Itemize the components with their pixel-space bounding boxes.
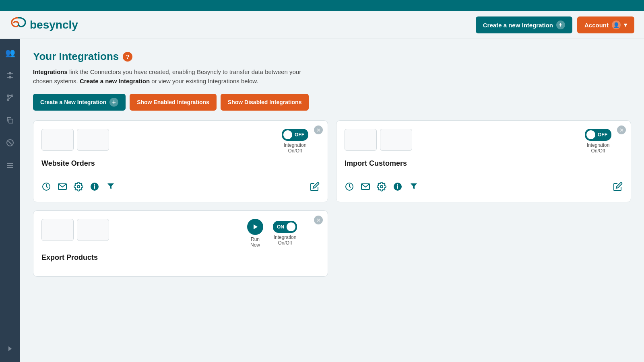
svg-line-11 — [9, 97, 11, 99]
integration-toggle-off[interactable]: OFF — [585, 129, 611, 141]
svg-point-21 — [77, 185, 80, 188]
card-import-customers: ✕ OFF IntegrationOn/Off Import Custom — [336, 120, 631, 202]
dropdown-arrow-icon: ▾ — [624, 21, 627, 29]
card-icons-left: i — [345, 182, 419, 194]
card-website-orders: ✕ OFF IntegrationOn/Off Website Order — [33, 120, 328, 202]
svg-text:i: i — [397, 183, 398, 190]
svg-marker-29 — [254, 224, 258, 229]
sidebar-item-list[interactable] — [3, 158, 17, 173]
create-new-integration-button[interactable]: Create a New Integration + — [33, 94, 126, 111]
edit-icon[interactable] — [310, 182, 320, 194]
email-icon[interactable] — [58, 182, 67, 194]
settings-icon[interactable] — [377, 182, 386, 194]
card-header: OFF IntegrationOn/Off — [41, 129, 320, 154]
card-close-button[interactable]: ✕ — [617, 125, 626, 134]
card-toggle-area: OFF IntegrationOn/Off — [282, 129, 308, 154]
svg-line-14 — [8, 141, 12, 144]
user-icon: 👤 — [612, 21, 621, 29]
run-now-button[interactable] — [247, 219, 263, 235]
toggle-label: OFF — [598, 132, 607, 138]
svg-point-26 — [380, 185, 383, 188]
svg-point-8 — [7, 99, 9, 101]
header-account-label: Account — [584, 22, 609, 29]
connector-logo-2 — [77, 219, 109, 241]
header: besyncly Create a new Integration + Acco… — [0, 11, 644, 39]
card-close-button[interactable]: ✕ — [314, 216, 323, 224]
card-title: Website Orders — [41, 159, 320, 168]
connector-logo-1 — [41, 129, 74, 151]
card-logos — [41, 219, 109, 241]
connector-logo-1 — [41, 219, 74, 241]
card-toggle-area: ON IntegrationOn/Off — [273, 221, 297, 246]
card-actions: i — [345, 176, 623, 194]
card-actions: i — [41, 176, 320, 194]
toggle-label: OFF — [295, 132, 304, 138]
filter-icon[interactable] — [409, 182, 419, 194]
filter-icon[interactable] — [106, 182, 116, 194]
toggle-caption: IntegrationOn/Off — [587, 142, 610, 154]
card-title: Import Customers — [345, 159, 623, 168]
filter-buttons: Create a New Integration + Show Enabled … — [33, 94, 631, 111]
card-toggle-area: OFF IntegrationOn/Off — [585, 129, 611, 154]
main-content: Your Integrations ? Integrations link th… — [20, 39, 644, 362]
connector-logo-2 — [77, 129, 109, 151]
show-enabled-button[interactable]: Show Enabled Integrations — [130, 94, 217, 111]
sidebar-item-plugin[interactable] — [3, 68, 17, 82]
cards-grid: ✕ OFF IntegrationOn/Off Website Order — [33, 120, 631, 277]
header-create-integration-button[interactable]: Create a new Integration + — [476, 16, 572, 33]
create-plus-icon: + — [109, 98, 118, 107]
email-icon[interactable] — [361, 182, 370, 194]
svg-point-7 — [11, 95, 13, 97]
sidebar-item-branch[interactable] — [3, 90, 17, 105]
integration-toggle-on[interactable]: ON — [273, 221, 297, 233]
run-now-label: RunNow — [250, 237, 260, 248]
connector-logo-1 — [345, 129, 377, 151]
show-disabled-button[interactable]: Show Disabled Integrations — [221, 94, 309, 111]
toggle-caption: IntegrationOn/Off — [274, 234, 297, 246]
create-new-integration-label: Create a New Integration — [40, 99, 106, 105]
svg-point-6 — [7, 95, 9, 97]
card-header: RunNow ON IntegrationOn/Off — [41, 219, 320, 248]
description-link: Create a new Integration — [80, 78, 150, 84]
toggle-knob — [283, 130, 292, 139]
svg-rect-15 — [7, 163, 13, 164]
sidebar-expand-button[interactable] — [3, 341, 17, 356]
svg-rect-0 — [9, 72, 11, 74]
description-bold: Integrations — [33, 68, 68, 75]
description-text2: or view your existing Integrations below… — [151, 78, 258, 84]
connector-logo-2 — [380, 129, 412, 151]
toggle-caption: IntegrationOn/Off — [284, 142, 307, 154]
header-actions: Create a new Integration + Account 👤 ▾ — [476, 16, 634, 33]
logo-syncly: syncly — [43, 19, 78, 31]
help-icon[interactable]: ? — [123, 52, 132, 62]
plus-icon: + — [556, 21, 565, 29]
card-title: Export Products — [41, 253, 320, 262]
sidebar-item-copy[interactable] — [3, 113, 17, 128]
info-icon[interactable]: i — [393, 182, 402, 194]
card-toggle-run-area: RunNow ON IntegrationOn/Off — [247, 219, 308, 248]
logo-be: be — [30, 19, 43, 31]
info-icon[interactable]: i — [90, 182, 99, 194]
settings-icon[interactable] — [74, 182, 83, 194]
header-create-integration-label: Create a new Integration — [483, 22, 553, 29]
logo-area: besyncly — [10, 16, 78, 34]
sidebar: 👥 — [0, 39, 20, 362]
integration-toggle-off[interactable]: OFF — [282, 129, 308, 141]
header-account-button[interactable]: Account 👤 ▾ — [577, 16, 634, 33]
logo-text: besyncly — [30, 19, 78, 31]
page-description: Integrations link the Connectors you hav… — [33, 68, 315, 86]
sidebar-item-users[interactable]: 👥 — [3, 45, 17, 60]
svg-text:i: i — [94, 183, 95, 190]
card-icons-left: i — [41, 182, 116, 194]
card-export-products: ✕ RunNow — [33, 210, 328, 277]
page-title: Your Integrations — [33, 50, 119, 63]
sidebar-item-cancel[interactable] — [3, 136, 17, 150]
edit-icon[interactable] — [613, 182, 623, 194]
schedule-icon[interactable] — [345, 182, 354, 194]
schedule-icon[interactable] — [41, 182, 51, 194]
card-close-button[interactable]: ✕ — [314, 125, 323, 134]
layout: 👥 — [0, 39, 644, 362]
svg-rect-17 — [7, 167, 13, 168]
toggle-label: ON — [277, 224, 284, 230]
card-header: OFF IntegrationOn/Off — [345, 129, 623, 154]
